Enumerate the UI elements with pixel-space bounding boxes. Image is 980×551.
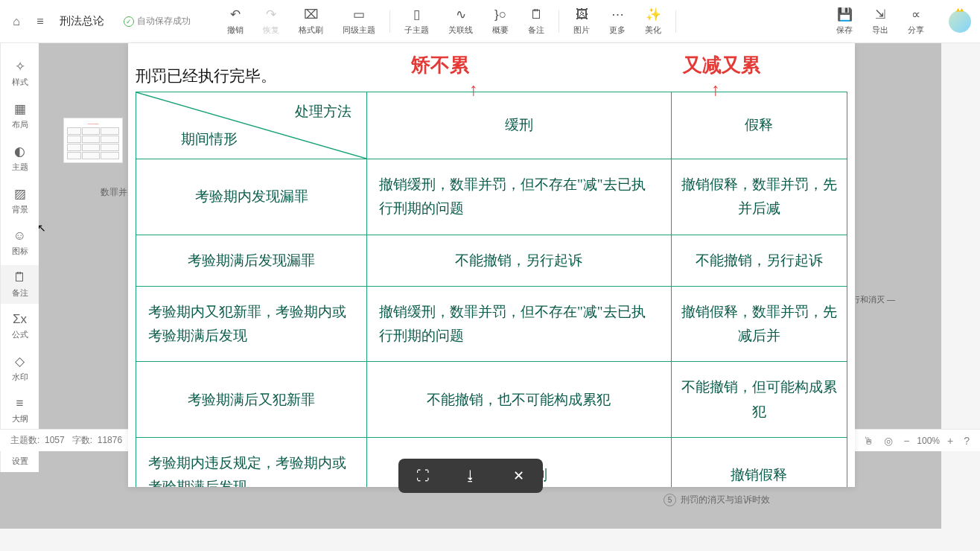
col-header-2: 假释: [671, 92, 847, 159]
大纲-icon: ≡: [16, 396, 24, 411]
tool-备注[interactable]: 🗒备注: [518, 4, 554, 39]
tool-图片[interactable]: 🖼图片: [564, 4, 599, 39]
header-situations: 期间情形: [181, 127, 238, 151]
同级主题-icon: ▭: [351, 7, 366, 22]
row-probation: 不能撤销，另行起诉: [367, 235, 672, 286]
status-counts: 主题数: 1057 字数: 11876: [10, 434, 122, 447]
子主题-icon: ▯: [410, 7, 424, 22]
tool-分享[interactable]: ∝分享: [898, 4, 934, 39]
zoom-level: 100%: [917, 436, 940, 446]
备注-icon: 🗒: [13, 270, 26, 285]
comparison-table: 处理方法 期间情形 缓刑 假释 考验期内发现漏罪撤销缓刑，数罪并罚，但不存在"减…: [136, 92, 847, 487]
tool-更多[interactable]: ⋯更多: [599, 4, 635, 39]
home-icon[interactable]: ⌂: [9, 14, 24, 29]
sidebar-大纲[interactable]: ≡大纲: [1, 391, 39, 430]
恢复-icon: ↷: [264, 7, 279, 22]
tool-美化[interactable]: ✨美化: [635, 4, 671, 39]
row-situation: 考验期内违反规定，考验期内或考验期满后发现: [136, 438, 367, 487]
sidebar-备注[interactable]: 🗒备注: [1, 265, 39, 304]
row-parole: 不能撤销，但可能构成累犯: [671, 362, 847, 438]
document-title[interactable]: 刑法总论: [60, 14, 104, 28]
autosave-label: 自动保存成功: [137, 15, 191, 28]
toolbar-tools: ↶撤销↷恢复⌧格式刷▭同级主题▯子主题∿关联线}○概要🗒备注🖼图片⋯更多✨美化💾…: [217, 4, 934, 39]
table-row: 考验期满后又犯新罪不能撤销，也不可能构成累犯不能撤销，但可能构成累犯: [136, 362, 847, 438]
autosave-status: ✓ 自动保存成功: [124, 15, 191, 28]
tool-恢复: ↷恢复: [253, 4, 289, 39]
row-parole: 不能撤销，另行起诉: [671, 235, 847, 286]
handwritten-annotation-2: 又减又累: [683, 52, 760, 78]
user-avatar[interactable]: [949, 10, 971, 33]
撤销-icon: ↶: [228, 7, 243, 22]
table-row: 考验期内又犯新罪，考验期内或考验期满后发现撤销缓刑，数罪并罚，但不存在"减"去已…: [136, 286, 847, 362]
close-icon[interactable]: ✕: [510, 468, 526, 484]
zoom-out-button[interactable]: −: [903, 435, 909, 447]
table-row: 考验期内发现漏罪撤销缓刑，数罪并罚，但不存在"减"去已执行刑期的问题撤销假释，数…: [136, 159, 847, 235]
tool-关联线[interactable]: ∿关联线: [439, 4, 483, 39]
word-count: 11876: [98, 435, 122, 445]
tool-同级主题[interactable]: ▭同级主题: [333, 4, 385, 39]
row-situation: 考验期满后又犯新罪: [136, 362, 367, 438]
table-row: 考验期满后发现漏罪不能撤销，另行起诉不能撤销，另行起诉: [136, 235, 847, 286]
关联线-icon: ∿: [454, 7, 468, 22]
toolbar-left: ⌂ ≡ 刑法总论 ✓ 自动保存成功: [9, 14, 191, 29]
sidebar-布局[interactable]: ▦布局: [1, 96, 39, 136]
图片-icon: 🖼: [574, 7, 589, 22]
canvas-area[interactable]: ——— 数罪并 的执行和消灭 — 缓刑和假释的比较 5 刑罚的消灭与追诉时效 刑…: [0, 43, 941, 529]
概要-icon: }○: [493, 7, 508, 22]
tool-概要[interactable]: }○概要: [483, 4, 518, 39]
topic-count: 1057: [45, 435, 65, 445]
备注-icon: 🗒: [529, 7, 544, 22]
thumbnail-label: 数罪并: [101, 186, 127, 199]
主题-icon: ◐: [14, 144, 25, 159]
样式-icon: ✧: [15, 59, 25, 74]
row-probation: 不能撤销，也不可能构成累犯: [367, 362, 672, 438]
sidebar-公式[interactable]: Σx公式: [1, 307, 39, 345]
table-diagonal-header: 处理方法 期间情形: [136, 92, 367, 159]
node-number-icon: 5: [664, 494, 676, 506]
格式刷-icon: ⌧: [304, 7, 319, 22]
doc-fragment-text: 刑罚已经执行完毕。: [136, 66, 276, 86]
fullscreen-icon[interactable]: ⛶: [415, 468, 431, 484]
menu-icon[interactable]: ≡: [33, 14, 48, 29]
sidebar-图标[interactable]: ☺图标: [1, 223, 39, 262]
image-viewer-toolbar: ⛶ ⭳ ✕: [398, 459, 543, 493]
row-parole: 撤销假释，数罪并罚，先减后并: [671, 286, 847, 362]
download-icon[interactable]: ⭳: [462, 468, 479, 484]
美化-icon: ✨: [646, 7, 661, 22]
thumbnail-card[interactable]: ———: [63, 118, 123, 163]
布局-icon: ▦: [14, 101, 26, 117]
row-situation: 考验期内又犯新罪，考验期内或考验期满后发现: [136, 286, 367, 362]
handwritten-annotation-1: 矫不累: [411, 52, 469, 78]
bg-node-sub[interactable]: 5 刑罚的消灭与追诉时效: [664, 494, 770, 506]
背景-icon: ▨: [14, 186, 26, 202]
target-icon[interactable]: ◎: [884, 435, 893, 447]
status-right: ▦ 🖱 ◎ − 100% + ?: [843, 435, 970, 447]
更多-icon: ⋯: [610, 7, 625, 22]
tool-子主题[interactable]: ▯子主题: [395, 4, 439, 39]
check-icon: ✓: [124, 16, 134, 27]
row-parole: 撤销假释，数罪并罚，先并后减: [671, 159, 847, 235]
sidebar-背景[interactable]: ▨背景: [1, 181, 39, 220]
tool-格式刷[interactable]: ⌧格式刷: [289, 4, 333, 39]
row-situation: 考验期内发现漏罪: [136, 159, 367, 235]
col-header-1: 缓刑: [367, 92, 672, 159]
zoom-in-button[interactable]: +: [947, 435, 953, 447]
tool-导出[interactable]: ⇲导出: [862, 4, 898, 39]
分享-icon: ∝: [909, 7, 923, 22]
header-methods: 处理方法: [295, 100, 351, 124]
tool-撤销[interactable]: ↶撤销: [217, 4, 253, 39]
zoom-control: − 100% +: [903, 435, 953, 447]
row-probation: 撤销缓刑，数罪并罚，但不存在"减"去已执行刑期的问题: [367, 286, 672, 362]
公式-icon: Σx: [13, 312, 27, 327]
水印-icon: ◇: [15, 354, 25, 369]
document-preview: 刑罚已经执行完毕。 矫不累 又减又累 ↑ ↑ 处理方法 期间情形 缓刑 假释 考…: [128, 43, 855, 487]
right-sidebar: ✧样式▦布局◐主题▨背景☺图标🗒备注Σx公式◇水印≡大纲⚙设置: [0, 43, 39, 472]
mouse-mode-icon[interactable]: 🖱: [863, 435, 874, 447]
保存-icon: 💾: [837, 7, 852, 22]
tool-保存[interactable]: 💾保存: [827, 4, 862, 39]
help-icon[interactable]: ?: [964, 435, 970, 447]
sidebar-主题[interactable]: ◐主题: [1, 138, 39, 178]
sidebar-水印[interactable]: ◇水印: [1, 348, 39, 388]
sidebar-样式[interactable]: ✧样式: [1, 54, 39, 93]
导出-icon: ⇲: [873, 7, 888, 22]
